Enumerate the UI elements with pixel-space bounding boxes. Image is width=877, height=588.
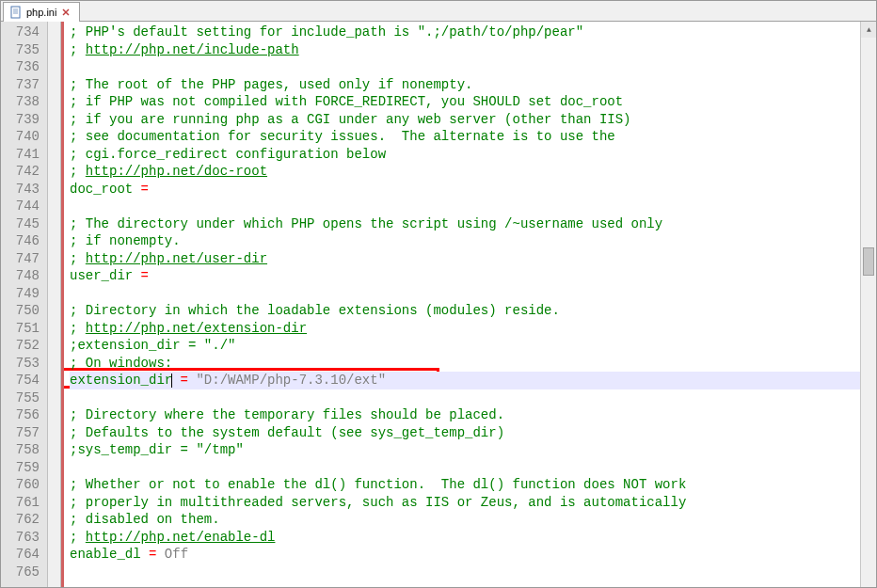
- line-number: 756: [1, 406, 40, 424]
- equals-sign: =: [141, 547, 165, 562]
- code-line[interactable]: ; The root of the PHP pages, used only i…: [70, 76, 860, 94]
- comment-text: ; Defaults to the system default (see sy…: [70, 425, 504, 440]
- line-number: 739: [1, 111, 40, 129]
- line-number: 744: [1, 198, 40, 215]
- line-number: 740: [1, 128, 40, 146]
- code-area[interactable]: ; PHP's default setting for include_path…: [64, 22, 860, 587]
- code-line[interactable]: ; if nonempty.: [70, 232, 860, 250]
- comment-text: ; if PHP was not compiled with FORCE_RED…: [70, 94, 623, 109]
- file-icon: [9, 6, 23, 19]
- link[interactable]: http://php.net/include-path: [86, 42, 299, 57]
- scroll-up-arrow[interactable]: ▲: [861, 22, 877, 38]
- directive-key: user_dir: [70, 268, 133, 283]
- code-line[interactable]: ; disabled on them.: [70, 511, 860, 529]
- link[interactable]: http://php.net/user-dir: [86, 251, 267, 266]
- line-number: 758: [1, 441, 40, 459]
- comment-text: ; PHP's default setting for include_path…: [70, 24, 583, 40]
- code-line[interactable]: ; http://php.net/include-path: [70, 41, 860, 59]
- code-line[interactable]: ; http://php.net/user-dir: [70, 250, 860, 268]
- code-line[interactable]: doc_root =: [70, 181, 860, 199]
- line-number-gutter: 7347357367377387397407417427437447457467…: [1, 22, 48, 587]
- comment-prefix: ;: [70, 321, 86, 336]
- equals-sign: =: [133, 182, 149, 197]
- code-line[interactable]: ; if PHP was not compiled with FORCE_RED…: [70, 93, 860, 111]
- comment-text: ; On windows:: [70, 356, 172, 371]
- line-number: 754: [1, 372, 40, 389]
- tab-bar: php.ini: [1, 1, 876, 22]
- comment-prefix: ;: [70, 42, 86, 57]
- line-number: 759: [1, 459, 40, 477]
- code-line[interactable]: ;sys_temp_dir = "/tmp": [70, 441, 860, 459]
- line-number: 737: [1, 76, 40, 94]
- line-number: 763: [1, 529, 40, 547]
- code-line[interactable]: ; Directory where the temporary files sh…: [70, 406, 860, 424]
- code-line[interactable]: extension_dir = "D:/WAMP/php-7.3.10/ext": [70, 372, 860, 389]
- line-number: 761: [1, 494, 40, 512]
- code-line[interactable]: ; Directory in which the loadable extens…: [70, 302, 860, 320]
- code-line[interactable]: ; if you are running php as a CGI under …: [70, 111, 860, 129]
- code-line[interactable]: ; http://php.net/doc-root: [70, 163, 860, 181]
- line-number: 734: [1, 24, 40, 41]
- directive-key: enable_dl: [70, 547, 141, 562]
- line-number: 748: [1, 267, 40, 285]
- editor: 7347357367377387397407417427437447457467…: [1, 22, 876, 587]
- line-number: 757: [1, 424, 40, 442]
- close-icon[interactable]: [60, 7, 72, 18]
- link[interactable]: http://php.net/enable-dl: [86, 530, 276, 545]
- comment-text: ; The root of the PHP pages, used only i…: [70, 77, 472, 92]
- comment-text: ; Directory in which the loadable extens…: [70, 303, 560, 318]
- directive-key: extension_dir: [70, 373, 172, 388]
- code-line[interactable]: [70, 198, 860, 215]
- line-number: 752: [1, 337, 40, 355]
- code-line[interactable]: ; PHP's default setting for include_path…: [70, 24, 860, 41]
- code-line[interactable]: ; see documentation for security issues.…: [70, 128, 860, 146]
- code-line[interactable]: ; Whether or not to enable the dl() func…: [70, 476, 860, 494]
- code-line[interactable]: ; http://php.net/extension-dir: [70, 320, 860, 338]
- link[interactable]: http://php.net/extension-dir: [86, 321, 307, 336]
- code-line[interactable]: enable_dl = Off: [70, 546, 860, 564]
- comment-text: ; if nonempty.: [70, 233, 181, 248]
- line-number: 735: [1, 41, 40, 59]
- line-number: 736: [1, 58, 40, 76]
- code-line[interactable]: ; properly in multithreaded servers, suc…: [70, 494, 860, 512]
- directive-value: "D:/WAMP/php-7.3.10/ext": [196, 373, 386, 388]
- comment-prefix: ;: [70, 251, 86, 266]
- code-line[interactable]: [70, 564, 860, 581]
- comment-text: ; if you are running php as a CGI under …: [70, 112, 631, 127]
- code-line[interactable]: ; The directory under which PHP opens th…: [70, 215, 860, 233]
- code-line[interactable]: ; Defaults to the system default (see sy…: [70, 424, 860, 442]
- tab-phpini[interactable]: php.ini: [3, 2, 80, 22]
- line-number: 746: [1, 232, 40, 250]
- comment-text: ;sys_temp_dir = "/tmp": [70, 442, 244, 457]
- line-number: 751: [1, 320, 40, 338]
- code-line[interactable]: [70, 285, 860, 303]
- comment-text: ; see documentation for security issues.…: [70, 129, 615, 144]
- line-number: 762: [1, 511, 40, 529]
- line-number: 764: [1, 546, 40, 564]
- directive-value: Off: [165, 547, 188, 562]
- comment-text: ; Whether or not to enable the dl() func…: [70, 477, 686, 492]
- code-line[interactable]: [70, 389, 860, 407]
- code-line[interactable]: [70, 459, 860, 477]
- scroll-thumb[interactable]: [863, 247, 874, 276]
- code-line[interactable]: ; cgi.force_redirect configuration below: [70, 146, 860, 164]
- vertical-scrollbar[interactable]: ▲: [860, 22, 876, 587]
- comment-prefix: ;: [70, 164, 86, 179]
- line-number: 738: [1, 93, 40, 111]
- line-number: 760: [1, 476, 40, 494]
- code-line[interactable]: user_dir =: [70, 267, 860, 285]
- equals-sign: =: [172, 373, 196, 388]
- code-line[interactable]: ;extension_dir = "./": [70, 337, 860, 355]
- comment-prefix: ;: [70, 530, 86, 545]
- code-line[interactable]: ; http://php.net/enable-dl: [70, 529, 860, 547]
- comment-text: ;extension_dir = "./": [70, 338, 235, 353]
- line-number: 750: [1, 302, 40, 320]
- line-number: 742: [1, 163, 40, 181]
- code-line[interactable]: ; On windows:: [70, 355, 860, 373]
- code-line[interactable]: [70, 58, 860, 76]
- directive-key: doc_root: [70, 182, 133, 197]
- comment-text: ; The directory under which PHP opens th…: [70, 216, 662, 231]
- comment-text: ; Directory where the temporary files sh…: [70, 407, 504, 422]
- comment-text: ; cgi.force_redirect configuration below: [70, 147, 386, 162]
- link[interactable]: http://php.net/doc-root: [86, 164, 267, 179]
